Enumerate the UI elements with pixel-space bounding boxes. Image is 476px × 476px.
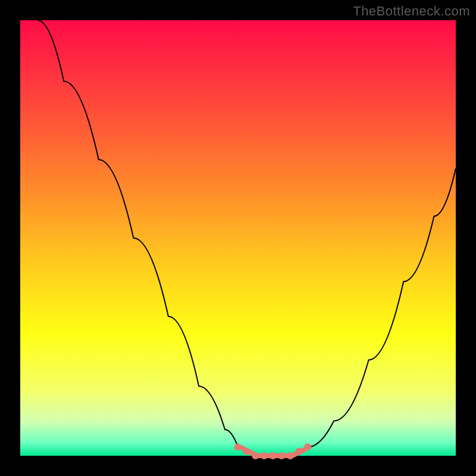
highlight-dot	[270, 452, 277, 459]
watermark-label: TheBottleneck.com	[353, 4, 470, 19]
highlight-dot	[252, 452, 259, 459]
highlight-dot	[295, 448, 302, 455]
bottleneck-chart	[0, 0, 476, 476]
highlight-dot	[243, 448, 250, 455]
highlight-dot	[304, 443, 311, 450]
highlight-dot	[261, 452, 268, 459]
highlight-dot	[278, 452, 285, 459]
highlight-dot	[287, 452, 294, 459]
plot-background	[20, 20, 456, 456]
chart-frame: TheBottleneck.com	[0, 0, 476, 476]
highlight-dot	[234, 443, 242, 450]
